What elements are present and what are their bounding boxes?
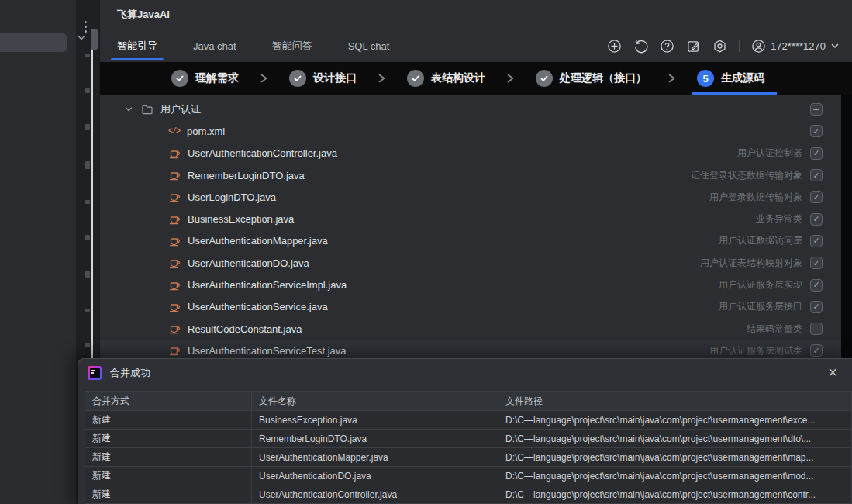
row-checkbox[interactable] [810, 235, 823, 247]
file-name: UserAuthenticationService.java [188, 301, 328, 312]
tree-file-row[interactable]: UserAuthenticationController.java用户认证控制器 [100, 143, 841, 164]
table-cell: UserAuthenticationMapper.java [252, 448, 498, 467]
table-cell: D:\C—language\project\src\main\java\com\… [498, 430, 852, 448]
tree-file-row[interactable]: UserAuthenticationDO.java用户认证表结构映射对象 [100, 252, 841, 274]
plus-circle-icon[interactable] [607, 39, 622, 54]
java-file-icon [168, 301, 181, 313]
file-name: UserAuthenticationMapper.java [188, 235, 328, 247]
step-5[interactable]: 5生成源码 [697, 62, 764, 95]
file-name: UserAuthenticationController.java [188, 147, 337, 159]
table-row: 新建UserAuthenticationController.javaD:\C—… [85, 485, 852, 504]
edit-icon[interactable] [686, 39, 701, 54]
file-name: pom.xml [187, 126, 225, 137]
tree-file-row[interactable]: ResultCodeConstant.java结果码常量类 [100, 318, 841, 340]
java-file-icon [168, 279, 181, 292]
table-header-row: 合并方式文件名称文件路径 [85, 392, 852, 411]
row-checkbox[interactable] [810, 279, 823, 292]
table-cell: 新建 [85, 448, 252, 467]
account-menu[interactable]: 172****1270 [751, 39, 840, 54]
file-desc: 记住登录状态数据传输对象 [691, 169, 802, 182]
step-arrow-icon [378, 73, 386, 84]
row-checkbox[interactable] [810, 323, 823, 335]
tree-file-row[interactable]: </>pom.xml [100, 120, 841, 142]
java-file-icon [168, 147, 181, 160]
step-3[interactable]: 表结构设计 [407, 62, 485, 95]
tree-expand-chevron-icon[interactable] [123, 104, 134, 115]
table-row: 新建UserAuthenticationMapper.javaD:\C—lang… [85, 448, 852, 467]
java-file-icon [168, 213, 181, 226]
tab-0[interactable]: 智能引导 [117, 29, 157, 62]
account-id: 172****1270 [771, 40, 826, 52]
step-check-icon [171, 70, 188, 87]
row-checkbox[interactable] [810, 191, 823, 203]
row-checkbox[interactable] [810, 213, 823, 226]
title-bar: 飞算JavaAI [100, 0, 852, 29]
merge-table-body: 新建BusinessException.javaD:\C—language\pr… [85, 411, 852, 504]
column-header: 文件名称 [252, 392, 498, 411]
tree-file-row[interactable]: UserLoginDTO.java用户登录数据传输对象 [100, 186, 841, 208]
file-name: ResultCodeConstant.java [188, 323, 302, 335]
step-number: 5 [697, 70, 714, 87]
row-checkbox[interactable] [810, 147, 823, 160]
history-icon[interactable] [633, 39, 648, 54]
tree-file-row[interactable]: UserAuthenticationService.java用户认证服务层接口 [100, 296, 841, 318]
dialog-title: 合并成功 [110, 366, 150, 380]
user-icon [751, 39, 766, 54]
tree-file-row[interactable]: RememberLoginDTO.java记住登录状态数据传输对象 [100, 164, 841, 186]
step-label: 处理逻辑（接口） [560, 71, 647, 85]
file-tree: 用户认证</>pom.xmlUserAuthenticationControll… [100, 95, 841, 362]
kebab-menu-icon[interactable] [85, 21, 87, 33]
step-2[interactable]: 设计接口 [289, 62, 357, 95]
settings-icon[interactable] [712, 39, 727, 54]
row-checkbox[interactable] [810, 257, 823, 269]
tab-list: 智能引导Java chat智能问答SQL chat [117, 29, 389, 62]
tab-1[interactable]: Java chat [193, 29, 236, 62]
merge-table: 合并方式文件名称文件路径 新建BusinessException.javaD:\… [85, 391, 852, 504]
table-cell: D:\C—language\project\src\main\java\com\… [498, 467, 852, 485]
tab-2[interactable]: 智能问答 [272, 29, 312, 62]
help-icon[interactable] [660, 39, 674, 54]
tree-folder-row[interactable]: 用户认证 [100, 98, 841, 120]
tab-bar: 智能引导Java chat智能问答SQL chat [100, 29, 852, 62]
tree-scrollbar-track[interactable] [841, 95, 852, 358]
tree-file-row[interactable]: BusinessException.java业务异常类 [100, 208, 841, 230]
table-cell: D:\C—language\project\src\main\java\com\… [498, 411, 852, 430]
table-cell: 新建 [85, 411, 252, 430]
step-label: 设计接口 [313, 71, 357, 85]
file-desc: 用户认证服务层接口 [719, 300, 802, 313]
step-arrow-icon [667, 73, 676, 84]
file-name: UserAuthenticationServiceImpl.java [188, 279, 347, 291]
step-4[interactable]: 处理逻辑（接口） [536, 62, 647, 95]
file-desc: 用户认证服务层测试类 [709, 344, 802, 357]
row-checkbox[interactable] [810, 344, 823, 357]
table-row: 新建RememberLoginDTO.javaD:\C—language\pro… [85, 430, 852, 448]
table-cell: UserAuthenticationController.java [252, 485, 498, 504]
intellij-logo-icon [88, 366, 102, 380]
row-checkbox[interactable] [810, 301, 823, 313]
file-name: BusinessException.java [188, 213, 294, 225]
row-checkbox[interactable] [810, 125, 823, 137]
tree-file-row[interactable]: UserAuthenticationMapper.java用户认证数据访问层 [100, 230, 841, 252]
java-file-icon [168, 323, 181, 335]
file-name: UserAuthenticationServiceTest.java [188, 345, 347, 357]
file-desc: 结果码常量类 [747, 323, 802, 336]
tree-file-row[interactable]: UserAuthenticationServiceImpl.java用户认证服务… [100, 274, 841, 295]
scrollbar-thumb[interactable] [91, 29, 98, 50]
file-desc: 用户认证数据访问层 [719, 234, 802, 247]
step-arrow-icon [506, 73, 515, 84]
step-check-icon [536, 70, 553, 87]
table-cell: D:\C—language\project\src\main\java\com\… [498, 485, 852, 504]
table-cell: BusinessException.java [252, 411, 498, 430]
row-checkbox[interactable] [810, 169, 823, 181]
table-cell: 新建 [85, 467, 252, 485]
table-cell: UserAuthenticationDO.java [252, 467, 498, 485]
folder-icon [141, 103, 153, 116]
java-file-icon [168, 257, 181, 269]
collapse-chevron-icon[interactable] [76, 33, 87, 47]
row-checkbox[interactable] [810, 103, 823, 116]
step-label: 理解需求 [195, 71, 239, 85]
tab-3[interactable]: SQL chat [348, 29, 390, 62]
step-1[interactable]: 理解需求 [171, 62, 239, 95]
table-row: 新建UserAuthenticationDO.javaD:\C—language… [85, 467, 852, 485]
close-icon[interactable]: ✕ [828, 367, 838, 379]
